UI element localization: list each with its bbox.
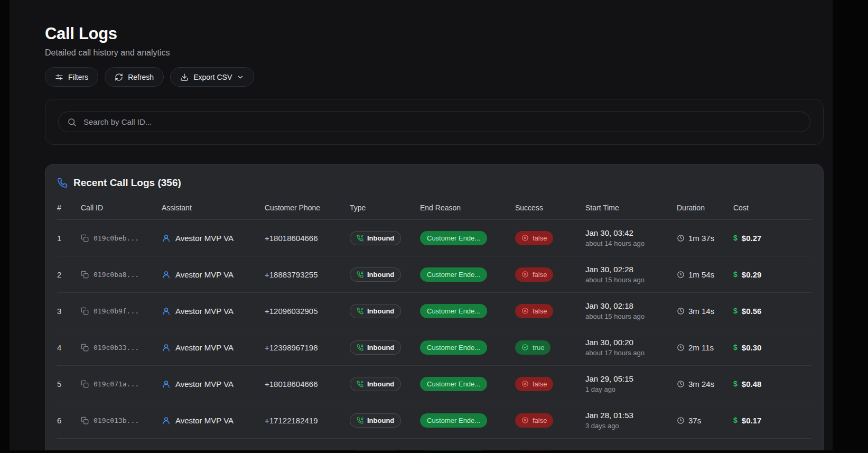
start-time: Jan 30, 02:28: [585, 265, 677, 274]
chevron-down-icon: [237, 73, 244, 81]
table-row[interactable]: 7: [57, 439, 811, 450]
clock-icon: [677, 234, 685, 242]
duration-cell: 2m 11s: [677, 343, 733, 352]
start-time-cell: Jan 30, 00:20 about 17 hours ago: [585, 338, 677, 357]
column-header: Call ID: [81, 204, 162, 212]
row-index: 6: [57, 416, 81, 425]
start-time: Jan 28, 01:53: [585, 411, 677, 420]
success-cell: false: [515, 450, 585, 451]
type-cell: Inbound: [350, 377, 420, 391]
end-reason-badge: Customer Ende...: [420, 340, 487, 355]
end-reason-badge: Customer Ende...: [420, 377, 487, 391]
call-id: 019c0b9f...: [94, 307, 139, 315]
duration-cell: 1m 37s: [677, 234, 733, 243]
column-header: Customer Phone: [265, 204, 350, 212]
type-badge: Inbound: [350, 377, 401, 391]
start-time-cell: Jan 30, 03:42 about 14 hours ago: [585, 228, 677, 247]
success-label: true: [533, 344, 544, 352]
type-badge: Inbound: [350, 267, 401, 282]
x-circle-icon: [521, 234, 529, 242]
customer-phone: +18883793255: [265, 270, 350, 279]
page-content: Call Logs Detailed call history and anal…: [10, 0, 833, 450]
success-badge: false: [515, 450, 553, 451]
call-id: 019c0beb...: [94, 234, 139, 242]
end-reason-cell: Customer Ende...: [420, 377, 515, 391]
search-input[interactable]: [82, 117, 801, 127]
filters-button-label: Filters: [68, 73, 88, 81]
success-label: false: [533, 417, 547, 424]
search-box[interactable]: [58, 112, 810, 132]
table-row[interactable]: 2 019c0ba8... Avestor MVP VA +1888379325…: [57, 256, 811, 293]
table-row[interactable]: 5 019c071a... Avestor MVP VA +1801860466…: [57, 366, 811, 402]
call-id-cell: 019c0b9f...: [81, 307, 162, 315]
copy-call-id-button[interactable]: [81, 271, 89, 279]
duration-cell: 3m 14s: [677, 307, 733, 316]
copy-call-id-button[interactable]: [81, 380, 89, 388]
cost-cell: $ $0.27: [733, 234, 813, 243]
success-label: false: [533, 380, 547, 388]
copy-call-id-button[interactable]: [81, 307, 89, 315]
clock-icon: [677, 380, 685, 388]
assistant-cell: Avestor MVP VA: [162, 343, 265, 352]
end-reason-cell: Customer Ende...: [420, 304, 515, 318]
start-time-relative: about 15 hours ago: [585, 276, 677, 284]
type-cell: Inbound: [350, 231, 420, 245]
duration-cell: 3m 24s: [677, 380, 733, 389]
user-icon: [162, 380, 171, 389]
x-circle-icon: [521, 417, 529, 424]
x-circle-icon: [521, 380, 529, 387]
success-badge: false: [515, 377, 553, 391]
start-time: Jan 29, 05:15: [585, 374, 677, 383]
filters-button[interactable]: Filters: [45, 67, 98, 87]
x-circle-icon: [521, 271, 529, 278]
end-reason-badge: Customer Ende...: [420, 267, 487, 282]
column-header: End Reason: [420, 204, 515, 212]
type-cell: Inbound: [350, 340, 420, 355]
assistant-cell: Avestor MVP VA: [162, 416, 265, 425]
table-row[interactable]: 1 019c0beb... Avestor MVP VA +1801860466…: [57, 220, 811, 256]
type-label: Inbound: [367, 307, 394, 315]
success-label: false: [533, 234, 547, 242]
type-label: Inbound: [367, 344, 394, 352]
assistant-cell: Avestor MVP VA: [162, 270, 265, 279]
table-row[interactable]: 6 019c013b... Avestor MVP VA +1712218241…: [57, 402, 811, 439]
type-badge: Inbound: [350, 340, 401, 355]
export-csv-button[interactable]: Export CSV: [170, 67, 254, 87]
success-cell: false: [515, 413, 585, 428]
copy-call-id-button[interactable]: [81, 344, 89, 352]
refresh-button[interactable]: Refresh: [105, 67, 164, 87]
user-icon: [162, 234, 171, 243]
end-reason-badge: Customer Ende...: [420, 304, 487, 318]
assistant-name: Avestor MVP VA: [175, 234, 234, 243]
row-index: 3: [57, 307, 81, 316]
duration-value: 1m 54s: [688, 270, 714, 279]
clock-icon: [677, 417, 685, 424]
row-index: 1: [57, 234, 81, 243]
customer-phone: +18018604666: [265, 380, 350, 389]
type-cell: Inbound: [350, 413, 420, 428]
copy-call-id-button[interactable]: [81, 417, 89, 424]
dollar-icon: $: [733, 343, 738, 352]
type-label: Inbound: [367, 271, 394, 279]
table-row[interactable]: 4 019c0b33... Avestor MVP VA +1239896719…: [57, 329, 811, 366]
copy-call-id-button[interactable]: [81, 234, 89, 242]
type-label: Inbound: [367, 417, 394, 424]
clock-icon: [677, 344, 685, 352]
start-time-cell: Jan 28, 01:53 3 days ago: [585, 411, 677, 430]
x-circle-icon: [521, 307, 529, 315]
dollar-icon: $: [733, 307, 738, 315]
success-label: false: [533, 271, 547, 279]
dollar-icon: $: [733, 270, 738, 279]
assistant-name: Avestor MVP VA: [175, 307, 234, 316]
duration-cell: 1m 54s: [677, 270, 733, 279]
type-cell: Inbound: [350, 267, 420, 282]
row-index: 5: [57, 380, 81, 389]
success-badge: false: [515, 231, 553, 245]
call-id-cell: 019c0b33...: [81, 344, 162, 352]
check-circle-icon: [521, 344, 529, 351]
user-icon: [162, 416, 171, 425]
cost-value: $0.27: [742, 234, 762, 243]
table-row[interactable]: 3 019c0b9f... Avestor MVP VA +1209603290…: [57, 293, 811, 329]
page-title: Call Logs: [45, 24, 833, 43]
call-id-cell: 019c013b...: [81, 417, 162, 424]
